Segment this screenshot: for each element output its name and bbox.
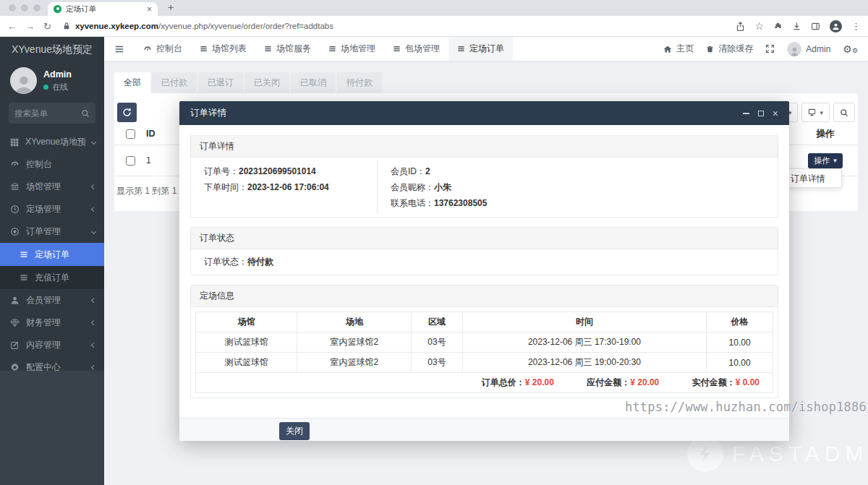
share-icon[interactable] xyxy=(736,22,745,31)
sidebar-user-panel[interactable]: Admin 在线 xyxy=(0,61,104,101)
side-panel-icon[interactable] xyxy=(811,22,820,31)
export-button[interactable]: ▾ xyxy=(801,103,830,122)
member-id-value: 2 xyxy=(425,166,430,176)
browser-menu-icon[interactable]: ⋮ xyxy=(851,21,861,32)
browser-tab-strip: 定场订单 × + xyxy=(0,0,868,16)
search-toggle-button[interactable] xyxy=(833,103,855,122)
dashboard-icon xyxy=(10,160,20,169)
select-all-checkbox[interactable] xyxy=(126,129,135,139)
download-icon[interactable] xyxy=(792,22,801,31)
fastadmin-watermark: FASTADMIN xyxy=(687,436,868,472)
user-status: 在线 xyxy=(52,82,68,93)
topnav-tab-booking-orders[interactable]: 定场订单 xyxy=(448,37,513,61)
order-time-row: 下单时间：2023-12-06 17:06:04 xyxy=(204,179,377,195)
row-checkbox[interactable] xyxy=(126,156,135,166)
sidebar-item-content-mgmt[interactable]: 内容管理 xyxy=(0,334,104,356)
sidebar: XYvenue场地预定 Admin 在线 XYvenue场地预定 控制台 场馆管… xyxy=(0,37,104,485)
sidebar-item-label: XYvenue场地预定 xyxy=(25,136,85,148)
sidebar-item-booking-orders[interactable]: 定场订单 xyxy=(0,243,104,266)
dot-circle-icon xyxy=(10,227,20,236)
chevron-left-icon xyxy=(91,365,96,370)
tab-title: 定场订单 xyxy=(66,4,142,14)
modal-close-icon[interactable]: × xyxy=(773,108,778,119)
modal-maximize-icon[interactable] xyxy=(758,111,764,116)
member-id-row: 会员ID：2 xyxy=(391,163,778,179)
browser-profile-avatar[interactable] xyxy=(830,20,842,33)
sidebar-item-label: 内容管理 xyxy=(26,339,85,351)
topnav-tab-charter-mgmt[interactable]: 包场管理 xyxy=(384,37,448,61)
modal-footer: 关闭 xyxy=(179,418,789,441)
booking-info-panel: 定场信息 场馆 场地 区域 时间 价格 测试篮球馆 室内篮球馆2 03号 202… xyxy=(190,285,778,398)
col-venue: 场馆 xyxy=(196,312,297,332)
row-operation-button[interactable]: 操作 ▾ xyxy=(808,153,843,168)
forward-button[interactable]: → xyxy=(25,21,35,32)
grid-menu-icon xyxy=(10,138,19,147)
back-button[interactable]: ← xyxy=(7,21,17,32)
settings-cogs-icon[interactable]: ⚙⚙ xyxy=(843,43,858,55)
clock-icon xyxy=(10,205,20,214)
address-bar[interactable]: xyvenue.xykeep.com/xyvenue.php/xyvenue/o… xyxy=(63,22,728,30)
sidebar-item-member-mgmt[interactable]: 会员管理 xyxy=(0,289,104,312)
chevron-down-icon xyxy=(91,229,96,234)
gem-icon xyxy=(10,318,20,327)
close-button[interactable]: 关闭 xyxy=(279,422,310,440)
list-icon xyxy=(393,45,401,53)
tab-close-icon[interactable]: × xyxy=(147,5,152,14)
list-icon xyxy=(328,45,336,53)
modal-header[interactable]: 订单详情 × xyxy=(179,101,789,125)
topnav-tab-field-mgmt[interactable]: 场地管理 xyxy=(320,37,384,61)
sidebar-item-booking-mgmt[interactable]: 定场管理 xyxy=(0,198,104,220)
window-close-button[interactable] xyxy=(9,4,16,12)
new-tab-button[interactable]: + xyxy=(168,1,174,13)
url-domain: xyvenue.xykeep.com xyxy=(75,22,158,30)
caret-down-icon: ▾ xyxy=(820,109,823,116)
hamburger-menu-icon[interactable] xyxy=(104,44,135,54)
refresh-button[interactable] xyxy=(117,103,137,122)
sidebar-item-dashboard[interactable]: 控制台 xyxy=(0,153,104,176)
topnav-tab-label: 场地管理 xyxy=(341,43,375,55)
bookmark-star-icon[interactable]: ☆ xyxy=(754,20,764,32)
list-icon xyxy=(20,250,28,259)
list-icon xyxy=(200,45,208,53)
site-favicon xyxy=(54,5,61,13)
extensions-puzzle-icon[interactable] xyxy=(773,22,783,31)
chevron-left-icon xyxy=(91,184,96,189)
topnav-tab-label: 包场管理 xyxy=(405,43,440,55)
filter-tab-paid[interactable]: 已付款 xyxy=(152,72,197,93)
sidebar-item-root[interactable]: XYvenue场地预定 xyxy=(0,131,104,153)
window-minimize-button[interactable] xyxy=(21,4,28,12)
menu-search-input[interactable] xyxy=(14,109,81,118)
order-time-value: 2023-12-06 17:06:04 xyxy=(247,182,329,192)
sidebar-item-venue-mgmt[interactable]: 场馆管理 xyxy=(0,176,104,198)
sidebar-item-label: 财务管理 xyxy=(26,317,85,329)
window-zoom-button[interactable] xyxy=(33,4,41,12)
filter-tab-pending[interactable]: 待付款 xyxy=(337,72,382,93)
browser-tab[interactable]: 定场订单 × xyxy=(48,2,158,16)
filter-tab-cancelled[interactable]: 已取消 xyxy=(291,72,336,93)
panel-title: 订单详情 xyxy=(191,136,778,158)
topnav-tab-label: 场馆服务 xyxy=(276,43,311,55)
topnav-tab-venue-service[interactable]: 场馆服务 xyxy=(255,37,320,61)
sidebar-item-finance-mgmt[interactable]: 财务管理 xyxy=(0,312,104,334)
topnav-tab-venue-list[interactable]: 场馆列表 xyxy=(191,37,255,61)
topnav-tab-dashboard[interactable]: 控制台 xyxy=(135,37,191,61)
filter-tab-refunded[interactable]: 已退订 xyxy=(198,72,243,93)
caret-down-icon: ▾ xyxy=(833,157,837,164)
user-name: Admin xyxy=(43,69,72,80)
sidebar-item-label: 会员管理 xyxy=(26,294,85,306)
refresh-icon xyxy=(122,108,132,117)
modal-minimize-icon[interactable] xyxy=(743,113,749,114)
filter-tab-closed[interactable]: 已关闭 xyxy=(244,72,289,93)
member-name-value: 小朱 xyxy=(434,182,451,192)
sidebar-footer-area xyxy=(0,371,104,485)
user-menu[interactable]: Admin xyxy=(787,42,830,56)
sidebar-item-recharge-orders[interactable]: 充值订单 xyxy=(0,266,104,289)
sidebar-item-order-mgmt[interactable]: 订单管理 xyxy=(0,220,104,243)
filter-tab-all[interactable]: 全部 xyxy=(114,72,150,93)
clear-cache-link[interactable]: 清除缓存 xyxy=(706,43,753,55)
search-icon[interactable] xyxy=(81,109,90,118)
home-link[interactable]: 主页 xyxy=(663,43,694,55)
reload-button[interactable]: ↻ xyxy=(43,21,51,32)
menu-search-box[interactable] xyxy=(9,103,95,124)
fullscreen-icon[interactable] xyxy=(765,44,775,53)
